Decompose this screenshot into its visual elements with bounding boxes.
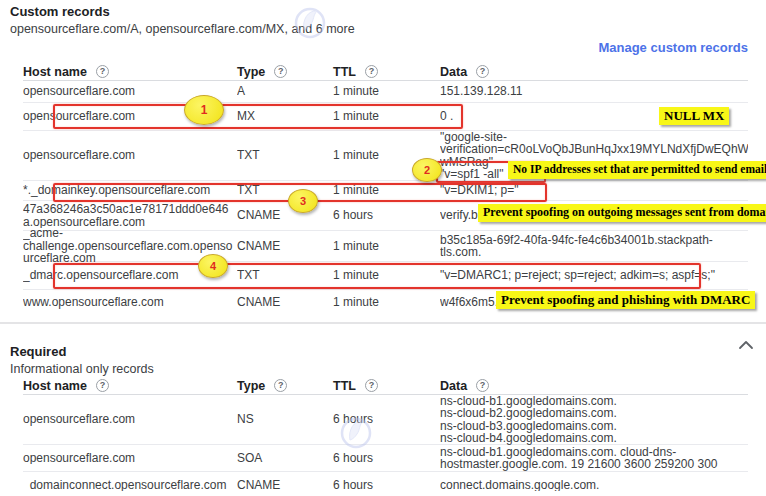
cell-type: TXT [237, 149, 333, 162]
column-header-ttl: TTL? [333, 379, 440, 393]
annotation-box-dmarc-row [53, 263, 701, 289]
cell-data: ns-cloud-b1.googledomains.com. cloud-dns… [440, 446, 748, 471]
help-icon[interactable]: ? [476, 379, 489, 392]
column-label: Type [237, 65, 265, 79]
cell-type: CNAME [237, 240, 333, 253]
column-label: Data [440, 65, 467, 79]
record-row-domainconnect: _domainconnect.opensourceflare.com CNAME… [23, 472, 748, 496]
cell-type: CNAME [237, 296, 333, 309]
cell-ttl: 6 hours [333, 452, 440, 465]
column-header-data: Data? [440, 379, 748, 393]
annotation-callout-null-mx: NULL MX [659, 107, 729, 125]
record-row-acme: _acme- challenge.opensourceflare.com.ope… [23, 231, 748, 262]
annotation-badge-3: 3 [288, 189, 318, 213]
column-label: TTL [333, 65, 356, 79]
help-icon[interactable]: ? [365, 379, 378, 392]
column-label: Data [440, 379, 467, 393]
record-row-ns: opensourceflare.com NS 6 hours ns-cloud-… [23, 395, 748, 445]
column-header-type: Type? [237, 65, 333, 79]
required-records-header: Required Informational only records [10, 344, 154, 377]
column-header-data: Data? [440, 65, 748, 79]
column-label: Host name [23, 379, 87, 393]
cell-data: 151.139.128.11 [440, 85, 748, 98]
help-icon[interactable]: ? [96, 379, 109, 392]
manage-custom-records-link[interactable]: Manage custom records [598, 40, 748, 55]
dns-records-page: Custom records opensourceflare.com/A, op… [0, 0, 766, 496]
section-divider [0, 322, 766, 324]
record-row-a: opensourceflare.com A 1 minute 151.139.1… [23, 81, 748, 103]
cell-type: NS [237, 413, 333, 426]
column-header-ttl: TTL? [333, 65, 440, 79]
cell-host: opensourceflare.com [23, 413, 237, 426]
cell-type: SOA [237, 452, 333, 465]
cell-type: CNAME [237, 479, 333, 492]
cell-host: www.opensourceflare.com [23, 296, 237, 309]
help-icon[interactable]: ? [274, 65, 287, 78]
column-label: Type [237, 379, 265, 393]
cell-ttl: 6 hours [333, 209, 440, 222]
annotation-callout-spf: No IP addresses set that are permitted t… [508, 161, 766, 179]
section-subtitle: opensourceflare.com/A, opensourceflare.c… [10, 21, 355, 37]
column-label: TTL [333, 379, 356, 393]
table-header-row: Host name? Type? TTL? Data? [23, 377, 748, 395]
cell-ttl: 6 hours [333, 479, 440, 492]
help-icon[interactable]: ? [476, 65, 489, 78]
column-header-type: Type? [237, 379, 333, 393]
cell-type: A [237, 85, 333, 98]
help-icon[interactable]: ? [365, 65, 378, 78]
column-label: Host name [23, 65, 87, 79]
cell-host: _domainconnect.opensourceflare.com [23, 479, 237, 492]
custom-records-header: Custom records opensourceflare.com/A, op… [10, 4, 355, 37]
help-icon[interactable]: ? [96, 65, 109, 78]
table-header-row: Host name? Type? TTL? Data? [23, 63, 748, 81]
cell-host: 47a368246a3c50ac1e78171ddd0e646 a.openso… [23, 203, 237, 228]
section-subtitle: Informational only records [10, 361, 154, 377]
cell-type: CNAME [237, 209, 333, 222]
annotation-box-mx-row [53, 104, 463, 129]
cell-ttl: 1 minute [333, 240, 440, 253]
cell-host: opensourceflare.com [23, 149, 237, 162]
cell-data: connect.domains.google.com. [440, 479, 748, 492]
column-header-host: Host name? [23, 379, 237, 393]
annotation-badge-2: 2 [412, 158, 442, 182]
section-title: Custom records [10, 4, 355, 20]
annotation-callout-dmarc: Prevent spoofing and phishing with DMARC [496, 291, 755, 309]
help-icon[interactable]: ? [274, 379, 287, 392]
cell-host: opensourceflare.com [23, 452, 237, 465]
annotation-badge-4: 4 [198, 254, 228, 278]
collapse-chevron-icon[interactable] [737, 338, 755, 352]
cell-ttl: 1 minute [333, 296, 440, 309]
record-row-soa: opensourceflare.com SOA 6 hours ns-cloud… [23, 445, 748, 472]
annotation-badge-1: 1 [184, 95, 224, 125]
required-records-table: Host name? Type? TTL? Data? opensourcefl… [23, 377, 748, 496]
column-header-host: Host name? [23, 65, 237, 79]
section-title: Required [10, 344, 154, 360]
cell-ttl: 6 hours [333, 413, 440, 426]
annotation-callout-dkim: Prevent spoofing on outgoing messages se… [478, 204, 766, 222]
cell-ttl: 1 minute [333, 85, 440, 98]
cell-data: ns-cloud-b1.googledomains.com. ns-cloud-… [440, 395, 748, 445]
cell-data: b35c185a-69f2-40fa-94fc-fe4c6b34001b.sta… [440, 234, 748, 259]
